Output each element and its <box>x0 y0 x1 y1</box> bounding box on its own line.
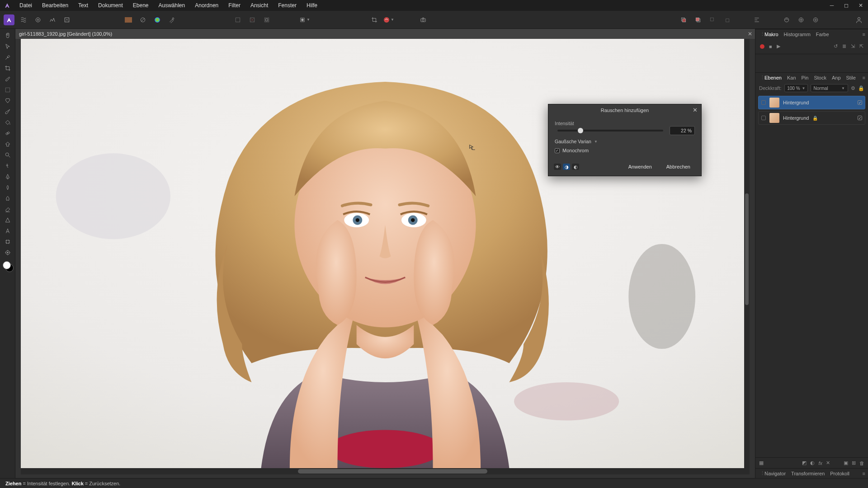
close-button[interactable]: ✕ <box>854 0 868 11</box>
targetsel-tool-icon[interactable] <box>2 249 13 257</box>
menu-fenster[interactable]: Fenster <box>273 0 302 11</box>
gear-icon[interactable]: ⚙ <box>851 85 855 91</box>
layer-expand-icon[interactable] <box>761 116 766 120</box>
maximize-button[interactable]: ◻ <box>839 0 854 11</box>
visibility-toggle[interactable]: ✓ <box>858 100 862 105</box>
vertical-scrollbar[interactable] <box>744 39 750 468</box>
tab-anp[interactable]: Anp <box>829 73 844 82</box>
preview-mode-toggle[interactable]: 👁 ◑ ◐ <box>554 164 579 170</box>
group-icon[interactable]: ▣ <box>844 460 848 466</box>
apply-button[interactable]: Anwenden <box>623 162 657 171</box>
opacity-field[interactable]: 100 %▼ <box>784 84 808 92</box>
arrange-back-icon[interactable] <box>677 14 690 26</box>
menu-bearbeiten[interactable]: Bearbeiten <box>37 0 73 11</box>
addlayer-icon[interactable]: ⊞ <box>852 460 856 466</box>
menu-anordnen[interactable]: Anordnen <box>190 0 223 11</box>
menu-datei[interactable]: Datei <box>14 0 37 11</box>
preview-split-icon[interactable]: ◑ <box>563 164 570 170</box>
sync-2-icon[interactable] <box>795 14 807 26</box>
arrange-4-icon[interactable] <box>721 14 733 26</box>
dodge-tool-icon[interactable] <box>2 183 13 192</box>
minimize-button[interactable]: ─ <box>825 0 839 11</box>
cancel-button[interactable]: Abbrechen <box>661 162 696 171</box>
menu-text[interactable]: Text <box>73 0 93 11</box>
arrange-front-icon[interactable] <box>692 14 704 26</box>
menu-dokument[interactable]: Dokument <box>93 0 128 11</box>
layer-row[interactable]: Hintergrund ✓ <box>758 96 865 109</box>
lock-icon[interactable]: 🔒 <box>858 85 864 91</box>
mask-icon[interactable]: ◩ <box>802 460 807 466</box>
zoom-tool-icon[interactable] <box>2 151 13 159</box>
flood-select-tool-icon[interactable] <box>2 97 13 105</box>
blendrange-icon[interactable]: ✕ <box>826 460 830 466</box>
heal-tool-icon[interactable] <box>2 129 13 137</box>
distribution-dropdown[interactable]: Gaußsche Varian▼ <box>555 139 598 144</box>
sync-1-icon[interactable] <box>780 14 793 26</box>
text-tool-icon[interactable] <box>2 227 13 235</box>
mesh-tool-icon[interactable] <box>2 238 13 246</box>
quickmask-dropdown[interactable]: ▼ <box>295 14 315 26</box>
tab-farbe[interactable]: Farbe <box>813 30 832 39</box>
tab-stile[interactable]: Stile <box>844 73 859 82</box>
persona-liquify[interactable] <box>17 14 30 26</box>
visibility-toggle[interactable]: ✓ <box>858 116 862 120</box>
selection-invert-icon[interactable] <box>260 14 273 26</box>
camera-icon[interactable] <box>417 14 429 26</box>
smudge-tool-icon[interactable] <box>2 162 13 170</box>
brush-tool-icon[interactable] <box>2 108 13 116</box>
autolevels-dropdown[interactable]: ▼ <box>382 14 395 26</box>
menu-auswaehlen[interactable]: Auswählen <box>153 0 190 11</box>
marquee-tool-icon[interactable] <box>2 86 13 94</box>
stop-icon[interactable]: ■ <box>769 44 772 49</box>
blendmode-field[interactable]: Normal▼ <box>811 84 848 92</box>
account-icon[interactable] <box>853 14 865 26</box>
layer-row[interactable]: Hintergrund 🔒 ✓ <box>758 111 865 125</box>
swatch-picker-icon[interactable] <box>165 14 178 26</box>
persona-develop[interactable] <box>32 14 44 26</box>
macro-export-icon[interactable]: ⇲ <box>851 43 855 49</box>
tab-kan[interactable]: Kan <box>784 73 799 82</box>
fx-icon[interactable]: fx <box>818 460 822 466</box>
monochrome-checkbox[interactable]: ✓ <box>555 148 560 153</box>
crop-icon[interactable] <box>368 14 381 26</box>
horizontal-scrollbar[interactable] <box>21 468 750 474</box>
panel-menu-icon[interactable]: ≡ <box>860 30 868 39</box>
panel-menu-icon[interactable]: ≡ <box>860 73 868 82</box>
crop-tool-icon[interactable] <box>2 64 13 72</box>
document-tab[interactable]: girl-511883_1920.jpg [Geändert] (100,0%)… <box>15 29 755 39</box>
shape-tool-icon[interactable] <box>2 216 13 224</box>
macro-import-icon[interactable]: ⇱ <box>859 43 863 49</box>
swatch-none-icon[interactable] <box>137 14 149 26</box>
clone-tool-icon[interactable] <box>2 140 13 148</box>
align-icon[interactable] <box>750 14 763 26</box>
sync-3-icon[interactable] <box>809 14 822 26</box>
swatch-fill-icon[interactable] <box>122 14 135 26</box>
panel-menu-icon[interactable]: ≡ <box>860 469 868 478</box>
arrange-3-icon[interactable] <box>706 14 719 26</box>
move-tool-icon[interactable] <box>2 42 13 51</box>
burn-tool-icon[interactable] <box>2 194 13 202</box>
fill-tool-icon[interactable] <box>2 118 13 127</box>
intensity-slider[interactable] <box>557 130 663 131</box>
tab-histogramm[interactable]: Histogramm <box>781 30 813 39</box>
layer-lock-icon[interactable]: 🔒 <box>812 116 818 121</box>
delete-icon[interactable]: 🗑 <box>859 460 864 466</box>
color-swatches[interactable] <box>3 261 13 271</box>
menu-ebene[interactable]: Ebene <box>128 0 154 11</box>
menu-filter[interactable]: Filter <box>223 0 245 11</box>
preview-after-icon[interactable]: ◐ <box>572 164 579 170</box>
macro-reset-icon[interactable]: ↺ <box>834 43 838 49</box>
intensity-value-field[interactable]: 22 % <box>670 126 695 135</box>
selection-clear-icon[interactable] <box>246 14 259 26</box>
swatch-color-icon[interactable] <box>151 14 164 26</box>
foreground-swatch[interactable] <box>3 261 11 269</box>
persona-export[interactable] <box>61 14 73 26</box>
tab-protokoll[interactable]: Protokoll <box>827 469 852 478</box>
dialog-close-icon[interactable]: ✕ <box>693 107 698 113</box>
play-icon[interactable]: ▶ <box>777 43 780 49</box>
selection-new-icon[interactable] <box>231 14 244 26</box>
selection-brush-tool-icon[interactable] <box>2 75 13 83</box>
layer-expand-icon[interactable] <box>761 100 766 105</box>
color-picker-tool-icon[interactable] <box>2 53 13 61</box>
tab-pin[interactable]: Pin <box>799 73 811 82</box>
